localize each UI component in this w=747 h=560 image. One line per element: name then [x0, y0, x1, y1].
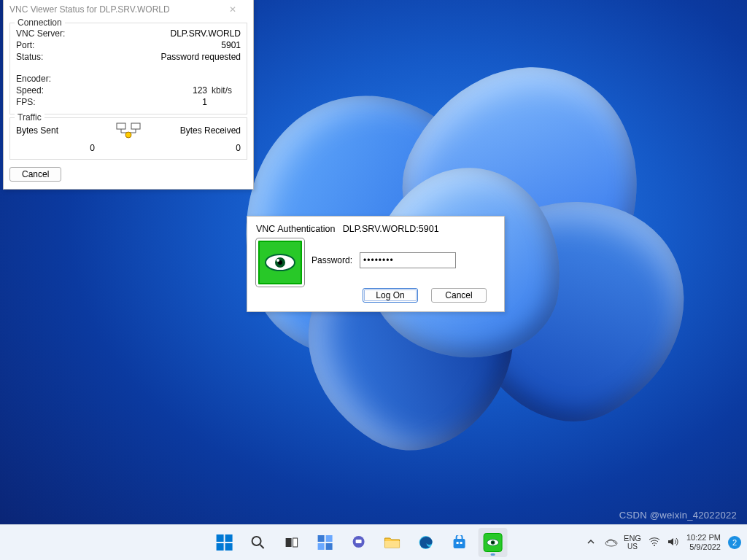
titlebar[interactable]: VNC Viewer Status for DLP.SRV.WORLD ✕ — [4, 0, 253, 20]
close-icon[interactable]: ✕ — [218, 1, 247, 18]
notif-count: 2 — [732, 538, 737, 547]
svg-rect-12 — [326, 535, 333, 542]
svg-point-6 — [276, 259, 279, 262]
encoder-label: Encoder: — [16, 74, 51, 84]
auth-cancel-button[interactable]: Cancel — [431, 288, 487, 303]
svg-point-2 — [125, 132, 131, 138]
server-value: DLP.SRV.WORLD — [171, 28, 241, 39]
chat-icon[interactable] — [344, 528, 374, 557]
watermark: CSDN @weixin_42022022 — [619, 510, 737, 521]
server-label: VNC Server: — [16, 28, 65, 39]
vnc-status-window: VNC Viewer Status for DLP.SRV.WORLD ✕ Co… — [3, 0, 254, 190]
fps-label: FPS: — [16, 97, 36, 107]
svg-rect-20 — [457, 542, 459, 544]
svg-rect-21 — [460, 542, 462, 544]
window-title: VNC Viewer Status for DLP.SRV.WORLD — [9, 4, 170, 15]
connection-legend: Connection — [15, 18, 65, 28]
widgets-icon[interactable] — [311, 528, 340, 557]
store-icon[interactable] — [445, 528, 474, 557]
bytes-recv-label: Bytes Received — [150, 125, 241, 136]
fps-value: 1 — [202, 97, 207, 107]
auth-host: DLP.SRV.WORLD:5901 — [343, 224, 439, 234]
svg-rect-10 — [293, 538, 298, 547]
svg-point-7 — [252, 537, 261, 545]
password-input[interactable] — [360, 252, 456, 268]
svg-rect-0 — [117, 123, 125, 129]
status-value: Password requested — [161, 52, 241, 62]
status-label: Status: — [16, 52, 43, 62]
traffic-group: Traffic Bytes Sent Bytes Received 0 0 — [9, 117, 247, 160]
vnc-taskbar-icon[interactable] — [479, 528, 508, 557]
file-explorer-icon[interactable] — [378, 528, 407, 557]
language-indicator[interactable]: ENG US — [624, 534, 641, 551]
clock-time: 10:22 PM — [686, 533, 721, 542]
vnc-eye-icon — [256, 238, 300, 282]
task-view-icon[interactable] — [277, 528, 306, 557]
connection-group: Connection VNC Server:DLP.SRV.WORLD Port… — [9, 23, 247, 114]
port-value: 5901 — [221, 40, 241, 50]
chevron-up-icon[interactable] — [586, 537, 597, 548]
taskbar: ENG US 10:22 PM 5/9/2022 2 — [0, 524, 747, 560]
clock[interactable]: 10:22 PM 5/9/2022 — [686, 533, 721, 552]
onedrive-icon[interactable] — [605, 537, 616, 548]
port-label: Port: — [16, 40, 34, 50]
logon-button[interactable]: Log On — [363, 288, 418, 303]
svg-rect-11 — [318, 535, 325, 542]
svg-line-8 — [260, 545, 264, 548]
svg-rect-1 — [131, 123, 140, 129]
auth-title-prefix: VNC Authentication — [256, 224, 335, 234]
language-code: ENG — [624, 534, 641, 542]
svg-point-24 — [492, 542, 493, 543]
svg-rect-17 — [385, 541, 400, 548]
speed-unit: kbit/s — [212, 85, 241, 96]
speed-value: 123 — [193, 85, 207, 96]
svg-rect-13 — [318, 543, 325, 550]
svg-rect-14 — [326, 543, 333, 550]
svg-rect-19 — [454, 539, 465, 548]
svg-rect-9 — [286, 538, 292, 547]
traffic-legend: Traffic — [15, 112, 44, 122]
wifi-icon[interactable] — [649, 537, 660, 548]
cancel-button[interactable]: Cancel — [9, 167, 61, 182]
clock-date: 5/9/2022 — [686, 542, 721, 552]
password-label: Password: — [311, 255, 352, 265]
notification-badge[interactable]: 2 — [728, 536, 741, 549]
speed-label: Speed: — [16, 85, 44, 96]
keyboard-layout: US — [624, 542, 641, 551]
search-icon[interactable] — [244, 528, 273, 557]
edge-icon[interactable] — [411, 528, 441, 557]
bytes-sent-label: Bytes Sent — [16, 125, 107, 136]
svg-point-26 — [654, 545, 655, 546]
volume-icon[interactable] — [667, 537, 679, 548]
svg-rect-16 — [356, 540, 362, 543]
start-button[interactable] — [210, 528, 239, 557]
bytes-sent-value: 0 — [16, 143, 107, 153]
vnc-auth-dialog: VNC Authentication DLP.SRV.WORLD:5901 Pa… — [247, 216, 505, 312]
network-icon — [107, 122, 150, 139]
bytes-recv-value: 0 — [150, 143, 241, 153]
